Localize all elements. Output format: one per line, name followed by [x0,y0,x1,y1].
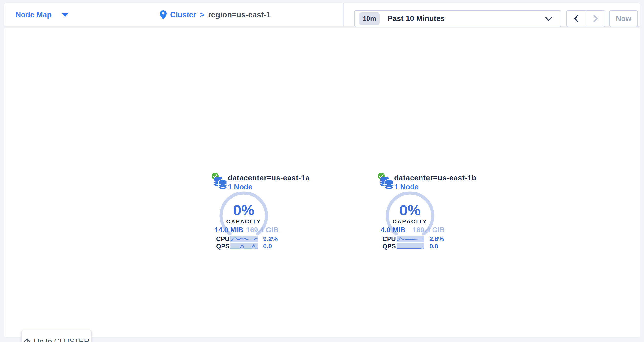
capacity-total: 169.4 GiB [246,226,278,234]
cpu-label: CPU [216,235,230,243]
qps-metric-row: QPS 0.0 [382,243,438,249]
now-button[interactable]: Now [609,10,638,27]
view-selector-dropdown[interactable]: Node Map [16,3,69,26]
cpu-metric-row: CPU 2.6% [382,236,444,242]
qps-value: 0.0 [429,243,438,250]
datacenter-title: datacenter=us-east-1b [394,174,476,182]
capacity-percent: 0% [384,202,436,219]
up-to-cluster-button[interactable]: Up to CLUSTER [21,330,92,342]
cpu-value: 9.2% [263,235,278,243]
capacity-label: CAPACITY [218,218,270,225]
database-stack-icon [213,175,228,190]
cpu-value: 2.6% [429,235,444,243]
time-nav-arrows [566,10,605,27]
datacenter-card-us-east-1a[interactable]: datacenter=us-east-1a 1 Node 0% CAPACITY… [211,172,286,252]
qps-metric-row: QPS 0.0 [216,243,272,249]
datacenter-node-count: 1 Node [394,183,418,191]
capacity-values-row: 14.0 MiB 169.4 GiB [214,226,278,234]
cpu-label: CPU [382,235,396,243]
datacenter-card-us-east-1b[interactable]: datacenter=us-east-1b 1 Node 0% CAPACITY… [377,172,453,252]
qps-sparkline [230,243,258,249]
qps-label: QPS [382,243,396,250]
datacenter-title: datacenter=us-east-1a [228,174,310,182]
capacity-used: 14.0 MiB [214,226,243,234]
qps-value: 0.0 [263,243,272,250]
time-next-button[interactable] [586,10,605,27]
node-map-canvas: datacenter=us-east-1a 1 Node 0% CAPACITY… [4,27,640,338]
chevron-down-icon [545,16,552,21]
capacity-label: CAPACITY [384,218,436,225]
time-range-badge: 10m [359,12,380,25]
chevron-right-icon [592,14,598,23]
breadcrumb: Cluster > region=us-east-1 [160,3,271,26]
time-range-dropdown[interactable]: 10m Past 10 Minutes [354,10,561,27]
cpu-metric-row: CPU 9.2% [216,236,278,242]
breadcrumb-current-locality: region=us-east-1 [208,10,271,19]
location-pin-icon [160,10,166,19]
capacity-used: 4.0 MiB [381,226,406,234]
qps-label: QPS [216,243,230,250]
capacity-values-row: 4.0 MiB 169.4 GiB [381,226,445,234]
breadcrumb-separator: > [200,10,204,19]
datacenter-node-count: 1 Node [228,183,252,191]
cpu-sparkline [396,236,424,242]
view-selector-label: Node Map [16,10,52,19]
capacity-total: 169.4 GiB [412,226,445,234]
up-arrow-icon [24,338,31,342]
header-bar: Node Map Cluster > region=us-east-1 10m … [4,3,640,27]
time-range-label: Past 10 Minutes [388,14,445,23]
database-stack-icon [380,175,394,190]
cpu-sparkline [230,236,258,242]
capacity-percent: 0% [218,202,270,219]
caret-down-icon [61,13,69,17]
header-divider [343,3,344,26]
breadcrumb-cluster-link[interactable]: Cluster [170,10,196,19]
up-to-cluster-label: Up to CLUSTER [34,337,89,342]
chevron-left-icon [573,14,579,23]
qps-sparkline [396,243,424,249]
time-prev-button[interactable] [567,10,586,27]
